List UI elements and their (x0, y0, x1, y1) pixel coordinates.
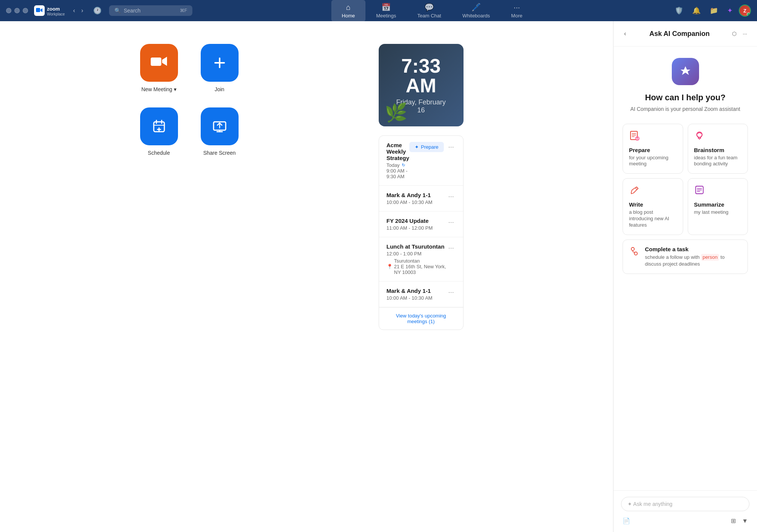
meeting-item: Acme Weekly Strategy Today ↻ 9:00 AM - 9… (379, 136, 463, 186)
ai-heading: How can I help you? (623, 93, 748, 103)
back-button[interactable]: ‹ (71, 6, 77, 16)
main-content: New Meeting ▾ Join (0, 21, 613, 532)
ai-input-area: 📄 ⊞ ▼ (613, 490, 757, 532)
svg-point-26 (631, 247, 634, 250)
ai-input-bar (621, 497, 749, 511)
summarize-card-title: Summarize (694, 201, 742, 208)
forward-button[interactable]: › (79, 6, 85, 16)
meeting-time: Today ↻ (387, 162, 409, 168)
home-area: New Meeting ▾ Join (0, 21, 613, 532)
zoom-logo: zoom Workplace (34, 5, 65, 16)
ai-input[interactable] (627, 501, 743, 507)
ai-companion-button[interactable]: ✦ (724, 4, 736, 17)
minimize-button[interactable] (14, 8, 20, 13)
chat-icon: 💬 (425, 3, 434, 12)
clock-widget: 7:33 AM Friday, February 16 (379, 44, 464, 126)
ai-cards: Prepare for your upcoming meeting Brains… (623, 124, 748, 235)
meeting-actions: ··· (447, 192, 456, 201)
close-button[interactable] (6, 8, 11, 13)
ai-card-brainstorm[interactable]: Brainstorm ideas for a fun team bonding … (688, 124, 748, 174)
view-more[interactable]: View today's upcoming meetings (1) (379, 307, 463, 330)
write-card-desc: a blog post introducing new AI features (629, 209, 677, 229)
meeting-title: Acme Weekly Strategy (387, 142, 409, 161)
summarize-card-icon (694, 185, 742, 198)
join-label: Join (215, 86, 225, 92)
ai-card-complete-task[interactable]: Complete a task schedule a follow up wit… (623, 240, 748, 274)
ai-panel: ‹ Ask AI Companion ⬡ ··· How can I help … (613, 21, 757, 532)
meeting-title: Mark & Andy 1-1 (387, 288, 432, 294)
notifications-button[interactable]: 🔔 (689, 4, 704, 17)
svg-point-18 (635, 136, 640, 141)
nav-arrows: ‹ › (71, 6, 86, 16)
join-button[interactable] (201, 44, 239, 82)
meeting-more-button[interactable]: ··· (447, 142, 456, 152)
history-button[interactable]: 🕐 (90, 5, 105, 16)
title-bar: zoom Workplace ‹ › 🕐 🔍 ⌘F ⌂ Home 📅 Meeti… (0, 0, 757, 21)
security-button[interactable]: 🛡️ (672, 4, 686, 17)
write-card-icon (629, 185, 677, 198)
brainstorm-card-icon (694, 130, 742, 143)
maximize-button[interactable] (23, 8, 28, 13)
meeting-more-button[interactable]: ··· (447, 288, 456, 297)
tab-team-chat[interactable]: 💬 Team Chat (407, 0, 452, 22)
share-screen-button[interactable] (201, 107, 239, 145)
prepare-button[interactable]: ✦ Prepare (409, 142, 444, 152)
action-share-screen: Share Screen (197, 107, 242, 156)
svg-rect-1 (151, 58, 161, 66)
ai-panel-body: How can I help you? AI Companion is your… (613, 47, 757, 490)
recurring-icon: ↻ (402, 163, 405, 168)
meeting-more-button[interactable]: ··· (447, 218, 456, 227)
meeting-info: FY 2024 Update 11:00 AM - 12:00 PM (387, 218, 433, 231)
complete-task-icon (629, 246, 640, 259)
contacts-button[interactable]: 📁 (707, 4, 721, 17)
meetings-icon: 📅 (381, 3, 391, 12)
complete-task-desc: schedule a follow up with person to disc… (645, 254, 741, 268)
clock-time: 7:33 AM (394, 56, 448, 95)
meeting-item: Lunch at Tsurutontan 12:00 - 1:00 PM 📍 T… (379, 237, 463, 282)
prepare-card-icon (629, 130, 677, 143)
tab-meetings[interactable]: 📅 Meetings (365, 0, 407, 22)
person-tag[interactable]: person (701, 254, 719, 261)
complete-task-title: Complete a task (645, 246, 741, 252)
meeting-actions: ··· (447, 288, 456, 297)
meeting-more-button[interactable]: ··· (447, 243, 456, 253)
schedule-button[interactable] (140, 107, 178, 145)
svg-point-27 (634, 252, 637, 255)
meeting-actions: ··· (447, 218, 456, 227)
ai-new-chat-button[interactable]: 📄 (621, 516, 632, 526)
ai-back-button[interactable]: ‹ (621, 29, 629, 39)
svg-line-21 (635, 188, 637, 190)
new-meeting-button[interactable] (140, 44, 178, 82)
avatar[interactable]: Z (739, 5, 751, 17)
share-screen-label: Share Screen (203, 150, 236, 156)
location-icon: 📍 (387, 264, 393, 269)
new-meeting-label: New Meeting ▾ (141, 86, 176, 92)
meeting-location: 📍 Tsurutontan21 E 16th St, New York, NY … (387, 258, 447, 275)
ai-card-prepare[interactable]: Prepare for your upcoming meeting (623, 124, 683, 174)
ai-filter-button[interactable]: ▼ (740, 516, 749, 526)
tab-more[interactable]: ··· More (501, 0, 533, 22)
action-schedule: Schedule (136, 107, 182, 156)
tab-teamchat-label: Team Chat (417, 13, 441, 19)
ai-grid-button[interactable]: ⊞ (729, 516, 737, 526)
search-input[interactable] (124, 8, 177, 14)
zoom-logo-text: zoom Workplace (47, 5, 65, 16)
meeting-info: Mark & Andy 1-1 10:00 AM - 10:30 AM (387, 192, 432, 205)
tab-whiteboards[interactable]: 🖊️ Whiteboards (452, 0, 501, 22)
summarize-card-desc: my last meeting (694, 209, 742, 216)
meeting-more-button[interactable]: ··· (447, 192, 456, 201)
write-card-title: Write (629, 201, 677, 208)
meeting-info: Lunch at Tsurutontan 12:00 - 1:00 PM 📍 T… (387, 243, 447, 275)
prepare-icon: ✦ (415, 144, 419, 150)
action-join: Join (197, 44, 242, 92)
ai-expand-button[interactable]: ⬡ (730, 29, 739, 38)
meeting-time: 12:00 - 1:00 PM (387, 251, 447, 257)
tab-home[interactable]: ⌂ Home (331, 0, 366, 22)
ai-more-button[interactable]: ··· (740, 29, 749, 38)
meeting-actions: ✦ Prepare ··· (409, 142, 456, 152)
ai-card-write[interactable]: Write a blog post introducing new AI fea… (623, 178, 683, 235)
tab-whiteboards-label: Whiteboards (462, 13, 490, 19)
search-bar[interactable]: 🔍 ⌘F (109, 5, 192, 16)
more-icon: ··· (514, 3, 520, 12)
ai-card-summarize[interactable]: Summarize my last meeting (688, 178, 748, 235)
